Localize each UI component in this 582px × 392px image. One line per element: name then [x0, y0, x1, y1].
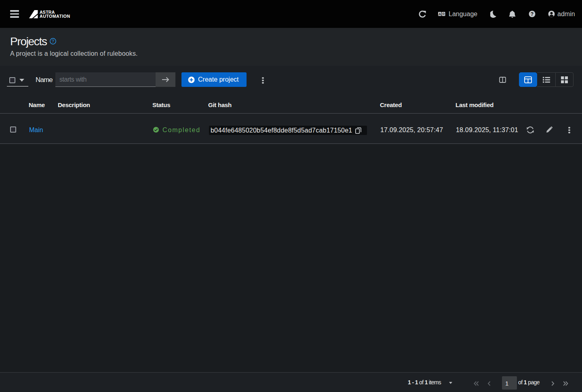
- svg-text:☆: ☆: [442, 12, 445, 16]
- svg-text:?: ?: [531, 11, 534, 17]
- svg-text:A: A: [439, 12, 441, 16]
- svg-text:?: ?: [52, 39, 54, 44]
